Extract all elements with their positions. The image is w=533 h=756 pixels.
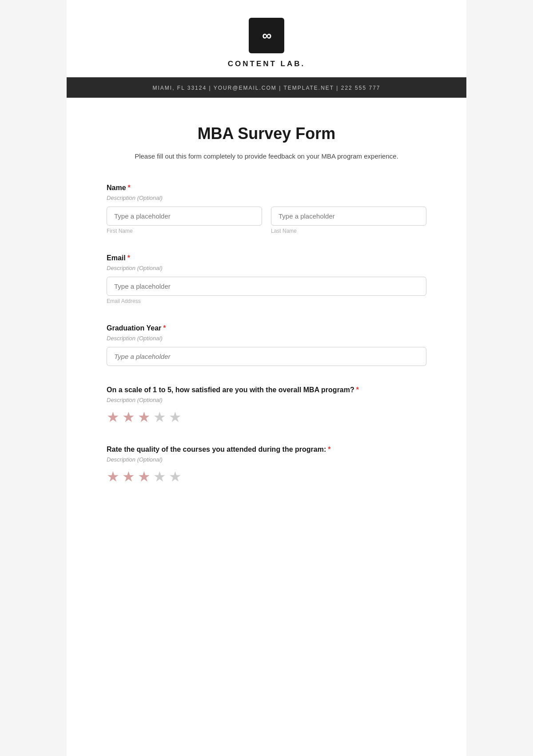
field-group-overall-satisfaction: On a scale of 1 to 5, how satisfied are … bbox=[107, 386, 426, 426]
form-description: Please fill out this form completely to … bbox=[107, 151, 426, 162]
email-sublabel: Email Address bbox=[107, 298, 426, 304]
info-bar: MIAMI, FL 33124 | YOUR@EMAIL.COM | TEMPL… bbox=[67, 77, 466, 98]
star-2-course[interactable]: ★ bbox=[122, 468, 135, 485]
field-group-name: Name * Description (Optional) First Name… bbox=[107, 184, 426, 234]
star-5-overall[interactable]: ★ bbox=[169, 409, 182, 426]
star-1-course[interactable]: ★ bbox=[107, 468, 119, 485]
name-input-row: First Name Last Name bbox=[107, 207, 426, 234]
brand-name: CONTENT LAB. bbox=[228, 60, 306, 68]
logo-icon: ∞ bbox=[262, 28, 270, 43]
field-label-course-text: Rate the quality of the courses you atte… bbox=[107, 446, 326, 454]
first-name-col: First Name bbox=[107, 207, 262, 234]
star-5-course[interactable]: ★ bbox=[169, 468, 182, 485]
required-star-course: * bbox=[328, 446, 330, 454]
last-name-input[interactable] bbox=[271, 207, 426, 226]
field-group-course-quality: Rate the quality of the courses you atte… bbox=[107, 446, 426, 485]
logo-box: ∞ bbox=[249, 18, 284, 53]
graduation-year-input[interactable] bbox=[107, 347, 426, 366]
star-1-overall[interactable]: ★ bbox=[107, 409, 119, 426]
graduation-col bbox=[107, 347, 426, 366]
field-label-graduation: Graduation Year * bbox=[107, 324, 426, 332]
field-description-name: Description (Optional) bbox=[107, 195, 426, 201]
star-4-overall[interactable]: ★ bbox=[153, 409, 166, 426]
required-star-name: * bbox=[128, 184, 131, 192]
field-label-course: Rate the quality of the courses you atte… bbox=[107, 446, 426, 454]
first-name-sublabel: First Name bbox=[107, 228, 262, 234]
course-stars-row: ★ ★ ★ ★ ★ bbox=[107, 468, 426, 485]
required-star-overall: * bbox=[356, 386, 359, 394]
field-description-course: Description (Optional) bbox=[107, 456, 426, 463]
field-label-email: Email * bbox=[107, 254, 426, 262]
field-label-graduation-text: Graduation Year bbox=[107, 324, 161, 332]
field-label-name: Name * bbox=[107, 184, 426, 192]
star-4-course[interactable]: ★ bbox=[153, 468, 166, 485]
last-name-col: Last Name bbox=[271, 207, 426, 234]
field-description-email: Description (Optional) bbox=[107, 265, 426, 271]
overall-stars-row: ★ ★ ★ ★ ★ bbox=[107, 409, 426, 426]
email-input[interactable] bbox=[107, 277, 426, 296]
form-title: MBA Survey Form bbox=[107, 124, 426, 143]
field-label-email-text: Email bbox=[107, 254, 126, 262]
info-bar-text: MIAMI, FL 33124 | YOUR@EMAIL.COM | TEMPL… bbox=[152, 85, 380, 91]
star-3-course[interactable]: ★ bbox=[138, 468, 151, 485]
star-2-overall[interactable]: ★ bbox=[122, 409, 135, 426]
page-wrapper: ∞ CONTENT LAB. MIAMI, FL 33124 | YOUR@EM… bbox=[67, 0, 466, 756]
field-label-overall: On a scale of 1 to 5, how satisfied are … bbox=[107, 386, 426, 394]
star-3-overall[interactable]: ★ bbox=[138, 409, 151, 426]
email-input-row: Email Address bbox=[107, 277, 426, 304]
required-star-email: * bbox=[127, 254, 130, 262]
field-label-name-text: Name bbox=[107, 184, 126, 192]
graduation-input-row bbox=[107, 347, 426, 366]
last-name-sublabel: Last Name bbox=[271, 228, 426, 234]
header: ∞ CONTENT LAB. MIAMI, FL 33124 | YOUR@EM… bbox=[67, 0, 466, 98]
field-description-graduation: Description (Optional) bbox=[107, 335, 426, 342]
required-star-graduation: * bbox=[163, 324, 166, 332]
email-col: Email Address bbox=[107, 277, 426, 304]
first-name-input[interactable] bbox=[107, 207, 262, 226]
field-description-overall: Description (Optional) bbox=[107, 397, 426, 403]
field-label-overall-text: On a scale of 1 to 5, how satisfied are … bbox=[107, 386, 354, 394]
form-container: MBA Survey Form Please fill out this for… bbox=[67, 98, 466, 541]
field-group-graduation: Graduation Year * Description (Optional) bbox=[107, 324, 426, 366]
field-group-email: Email * Description (Optional) Email Add… bbox=[107, 254, 426, 304]
